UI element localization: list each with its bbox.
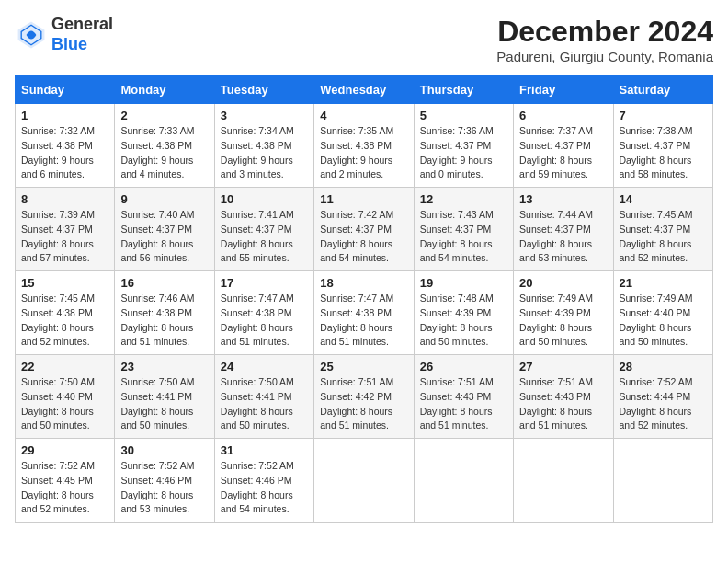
day-number: 4 <box>320 109 407 122</box>
day-detail: Sunrise: 7:50 AMSunset: 4:41 PMDaylight:… <box>120 375 208 433</box>
calendar-week-row: 22Sunrise: 7:50 AMSunset: 4:40 PMDayligh… <box>16 355 713 439</box>
calendar-day-cell: 31Sunrise: 7:52 AMSunset: 4:46 PMDayligh… <box>214 439 313 523</box>
day-number: 3 <box>221 109 308 122</box>
calendar-week-row: 8Sunrise: 7:39 AMSunset: 4:37 PMDaylight… <box>16 188 713 271</box>
calendar-table: SundayMondayTuesdayWednesdayThursdayFrid… <box>15 75 713 523</box>
day-number: 15 <box>21 276 108 290</box>
page-header: General Blue December 2024 Padureni, Giu… <box>15 15 713 64</box>
calendar-day-cell: 21Sunrise: 7:49 AMSunset: 4:40 PMDayligh… <box>613 271 712 355</box>
calendar-week-row: 1Sunrise: 7:32 AMSunset: 4:38 PMDaylight… <box>16 104 713 188</box>
empty-cell <box>514 439 613 523</box>
calendar-day-cell: 24Sunrise: 7:50 AMSunset: 4:41 PMDayligh… <box>214 355 313 439</box>
day-number: 23 <box>120 360 208 373</box>
calendar-day-cell: 23Sunrise: 7:50 AMSunset: 4:41 PMDayligh… <box>115 355 214 439</box>
calendar-day-cell: 25Sunrise: 7:51 AMSunset: 4:42 PMDayligh… <box>314 355 414 439</box>
calendar-day-cell: 15Sunrise: 7:45 AMSunset: 4:38 PMDayligh… <box>16 271 115 355</box>
empty-cell <box>613 439 712 523</box>
calendar-day-cell: 17Sunrise: 7:47 AMSunset: 4:38 PMDayligh… <box>214 271 313 355</box>
day-detail: Sunrise: 7:39 AMSunset: 4:37 PMDaylight:… <box>21 208 108 266</box>
logo-icon <box>15 18 48 52</box>
logo-general: General <box>51 15 113 35</box>
calendar-day-cell: 13Sunrise: 7:44 AMSunset: 4:37 PMDayligh… <box>514 188 613 271</box>
day-detail: Sunrise: 7:51 AMSunset: 4:43 PMDaylight:… <box>519 375 607 433</box>
day-number: 20 <box>519 276 607 290</box>
empty-cell <box>314 439 414 523</box>
day-detail: Sunrise: 7:34 AMSunset: 4:38 PMDaylight:… <box>221 124 308 182</box>
title-block: December 2024 Padureni, Giurgiu County, … <box>496 15 713 64</box>
calendar-day-cell: 4Sunrise: 7:35 AMSunset: 4:38 PMDaylight… <box>314 104 414 188</box>
day-detail: Sunrise: 7:48 AMSunset: 4:39 PMDaylight:… <box>420 292 507 350</box>
day-detail: Sunrise: 7:50 AMSunset: 4:40 PMDaylight:… <box>21 375 108 433</box>
calendar-day-cell: 30Sunrise: 7:52 AMSunset: 4:46 PMDayligh… <box>115 439 214 523</box>
day-number: 17 <box>221 276 308 290</box>
location-subtitle: Padureni, Giurgiu County, Romania <box>496 49 713 64</box>
day-detail: Sunrise: 7:51 AMSunset: 4:43 PMDaylight:… <box>420 375 507 433</box>
calendar-day-cell: 14Sunrise: 7:45 AMSunset: 4:37 PMDayligh… <box>613 188 712 271</box>
calendar-day-cell: 1Sunrise: 7:32 AMSunset: 4:38 PMDaylight… <box>16 104 115 188</box>
calendar-day-cell: 29Sunrise: 7:52 AMSunset: 4:45 PMDayligh… <box>16 439 115 523</box>
calendar-day-cell: 26Sunrise: 7:51 AMSunset: 4:43 PMDayligh… <box>414 355 513 439</box>
day-number: 29 <box>21 443 108 457</box>
day-detail: Sunrise: 7:36 AMSunset: 4:37 PMDaylight:… <box>420 124 507 182</box>
calendar-day-cell: 2Sunrise: 7:33 AMSunset: 4:38 PMDaylight… <box>115 104 214 188</box>
day-detail: Sunrise: 7:47 AMSunset: 4:38 PMDaylight:… <box>221 292 308 350</box>
calendar-day-cell: 3Sunrise: 7:34 AMSunset: 4:38 PMDaylight… <box>214 104 313 188</box>
calendar-header-row: SundayMondayTuesdayWednesdayThursdayFrid… <box>16 76 713 104</box>
calendar-day-cell: 8Sunrise: 7:39 AMSunset: 4:37 PMDaylight… <box>16 188 115 271</box>
calendar-day-cell: 7Sunrise: 7:38 AMSunset: 4:37 PMDaylight… <box>613 104 712 188</box>
calendar-day-cell: 11Sunrise: 7:42 AMSunset: 4:37 PMDayligh… <box>314 188 414 271</box>
day-detail: Sunrise: 7:47 AMSunset: 4:38 PMDaylight:… <box>320 292 407 350</box>
weekday-header-monday: Monday <box>115 76 214 104</box>
day-number: 16 <box>120 276 208 290</box>
calendar-day-cell: 9Sunrise: 7:40 AMSunset: 4:37 PMDaylight… <box>115 188 214 271</box>
day-number: 19 <box>420 276 507 290</box>
day-detail: Sunrise: 7:52 AMSunset: 4:46 PMDaylight:… <box>221 459 308 517</box>
day-detail: Sunrise: 7:45 AMSunset: 4:37 PMDaylight:… <box>620 208 707 266</box>
logo: General Blue <box>15 15 113 54</box>
day-number: 8 <box>21 192 108 206</box>
day-number: 10 <box>221 192 308 206</box>
day-detail: Sunrise: 7:52 AMSunset: 4:46 PMDaylight:… <box>120 459 208 517</box>
day-number: 30 <box>120 443 208 457</box>
day-number: 28 <box>620 360 707 373</box>
day-detail: Sunrise: 7:45 AMSunset: 4:38 PMDaylight:… <box>21 292 108 350</box>
weekday-header-saturday: Saturday <box>613 76 712 104</box>
day-detail: Sunrise: 7:40 AMSunset: 4:37 PMDaylight:… <box>120 208 208 266</box>
day-number: 13 <box>519 192 607 206</box>
day-detail: Sunrise: 7:44 AMSunset: 4:37 PMDaylight:… <box>519 208 607 266</box>
day-number: 9 <box>120 192 208 206</box>
weekday-header-wednesday: Wednesday <box>314 76 414 104</box>
calendar-day-cell: 22Sunrise: 7:50 AMSunset: 4:40 PMDayligh… <box>16 355 115 439</box>
day-detail: Sunrise: 7:51 AMSunset: 4:42 PMDaylight:… <box>320 375 407 433</box>
day-detail: Sunrise: 7:37 AMSunset: 4:37 PMDaylight:… <box>519 124 607 182</box>
day-number: 21 <box>620 276 707 290</box>
day-number: 14 <box>620 192 707 206</box>
calendar-day-cell: 10Sunrise: 7:41 AMSunset: 4:37 PMDayligh… <box>214 188 313 271</box>
calendar-day-cell: 19Sunrise: 7:48 AMSunset: 4:39 PMDayligh… <box>414 271 513 355</box>
weekday-header-tuesday: Tuesday <box>214 76 313 104</box>
day-detail: Sunrise: 7:43 AMSunset: 4:37 PMDaylight:… <box>420 208 507 266</box>
calendar-week-row: 29Sunrise: 7:52 AMSunset: 4:45 PMDayligh… <box>16 439 713 523</box>
day-detail: Sunrise: 7:46 AMSunset: 4:38 PMDaylight:… <box>120 292 208 350</box>
day-detail: Sunrise: 7:33 AMSunset: 4:38 PMDaylight:… <box>120 124 208 182</box>
day-number: 12 <box>420 192 507 206</box>
calendar-day-cell: 6Sunrise: 7:37 AMSunset: 4:37 PMDaylight… <box>514 104 613 188</box>
calendar-day-cell: 18Sunrise: 7:47 AMSunset: 4:38 PMDayligh… <box>314 271 414 355</box>
weekday-header-friday: Friday <box>514 76 613 104</box>
day-number: 2 <box>120 109 208 122</box>
calendar-day-cell: 12Sunrise: 7:43 AMSunset: 4:37 PMDayligh… <box>414 188 513 271</box>
day-number: 7 <box>620 109 707 122</box>
logo-blue: Blue <box>51 35 113 55</box>
day-number: 11 <box>320 192 407 206</box>
day-number: 27 <box>519 360 607 373</box>
weekday-header-sunday: Sunday <box>16 76 115 104</box>
day-detail: Sunrise: 7:42 AMSunset: 4:37 PMDaylight:… <box>320 208 407 266</box>
day-number: 6 <box>519 109 607 122</box>
day-number: 1 <box>21 109 108 122</box>
day-number: 22 <box>21 360 108 373</box>
calendar-day-cell: 28Sunrise: 7:52 AMSunset: 4:44 PMDayligh… <box>613 355 712 439</box>
day-detail: Sunrise: 7:35 AMSunset: 4:38 PMDaylight:… <box>320 124 407 182</box>
day-number: 31 <box>221 443 308 457</box>
calendar-day-cell: 16Sunrise: 7:46 AMSunset: 4:38 PMDayligh… <box>115 271 214 355</box>
empty-cell <box>414 439 513 523</box>
